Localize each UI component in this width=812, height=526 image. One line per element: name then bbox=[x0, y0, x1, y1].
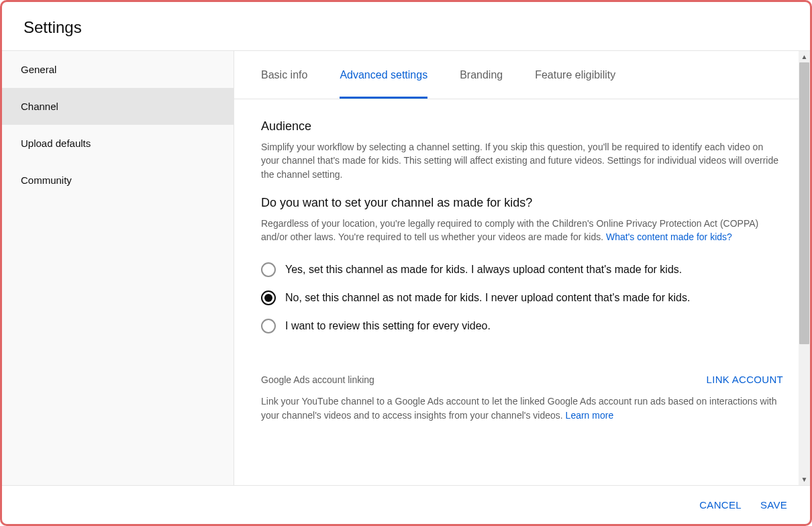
dialog-title: Settings bbox=[23, 18, 789, 37]
scroll-up-icon[interactable]: ▲ bbox=[799, 51, 810, 62]
sidebar-item-label: General bbox=[21, 64, 56, 75]
settings-dialog: Settings General Channel Upload defaults… bbox=[0, 0, 812, 526]
audience-question: Do you want to set your channel as made … bbox=[261, 196, 783, 210]
main-content: Basic info Advanced settings Branding Fe… bbox=[234, 51, 810, 485]
audience-legal: Regardless of your location, you're lega… bbox=[261, 217, 783, 244]
tab-basic-info[interactable]: Basic info bbox=[261, 51, 307, 99]
ads-linking-title: Google Ads account linking bbox=[261, 374, 374, 385]
cancel-button[interactable]: CANCEL bbox=[699, 499, 742, 511]
radio-option-review-per-video[interactable]: I want to review this setting for every … bbox=[261, 312, 783, 340]
audience-desc: Simplify your workflow by selecting a ch… bbox=[261, 140, 783, 181]
sidebar-item-label: Channel bbox=[21, 101, 58, 112]
sidebar-item-channel[interactable]: Channel bbox=[2, 88, 234, 125]
dialog-body: General Channel Upload defaults Communit… bbox=[2, 51, 810, 485]
radio-label: No, set this channel as not made for kid… bbox=[285, 292, 690, 304]
radio-label: I want to review this setting for every … bbox=[285, 320, 491, 332]
sidebar-item-general[interactable]: General bbox=[2, 51, 234, 88]
audience-radio-group: Yes, set this channel as made for kids. … bbox=[261, 256, 783, 340]
dialog-header: Settings bbox=[2, 2, 810, 51]
tab-label: Feature eligibility bbox=[535, 69, 615, 81]
tab-label: Branding bbox=[460, 69, 503, 81]
ads-linking-section: Google Ads account linking LINK ACCOUNT … bbox=[261, 374, 783, 422]
ads-linking-header: Google Ads account linking LINK ACCOUNT bbox=[261, 374, 783, 385]
sidebar-item-label: Community bbox=[21, 174, 72, 186]
save-button[interactable]: SAVE bbox=[760, 499, 787, 511]
scrollbar-thumb[interactable] bbox=[799, 62, 809, 344]
radio-icon bbox=[261, 291, 276, 305]
dialog-footer: CANCEL SAVE bbox=[2, 485, 810, 524]
tab-label: Advanced settings bbox=[340, 69, 427, 81]
radio-option-yes-kids[interactable]: Yes, set this channel as made for kids. … bbox=[261, 256, 783, 284]
ads-linking-desc-text: Link your YouTube channel to a Google Ad… bbox=[261, 396, 776, 420]
tabs: Basic info Advanced settings Branding Fe… bbox=[234, 51, 810, 99]
tab-advanced-settings[interactable]: Advanced settings bbox=[340, 51, 427, 99]
tab-feature-eligibility[interactable]: Feature eligibility bbox=[535, 51, 615, 99]
ads-linking-desc: Link your YouTube channel to a Google Ad… bbox=[261, 394, 783, 422]
content-made-for-kids-link[interactable]: What's content made for kids? bbox=[606, 231, 732, 242]
learn-more-link[interactable]: Learn more bbox=[566, 410, 614, 421]
radio-icon bbox=[261, 319, 276, 333]
sidebar-item-label: Upload defaults bbox=[21, 138, 91, 149]
sidebar: General Channel Upload defaults Communit… bbox=[2, 51, 234, 485]
content: Audience Simplify your workflow by selec… bbox=[234, 99, 810, 422]
scroll-down-icon[interactable]: ▼ bbox=[799, 474, 810, 485]
tab-branding[interactable]: Branding bbox=[460, 51, 503, 99]
main-wrapper: Basic info Advanced settings Branding Fe… bbox=[234, 51, 810, 485]
tab-label: Basic info bbox=[261, 69, 307, 81]
sidebar-item-upload-defaults[interactable]: Upload defaults bbox=[2, 125, 234, 162]
radio-option-not-kids[interactable]: No, set this channel as not made for kid… bbox=[261, 284, 783, 312]
radio-label: Yes, set this channel as made for kids. … bbox=[285, 264, 682, 276]
scrollbar[interactable]: ▲ ▼ bbox=[799, 51, 810, 485]
link-account-button[interactable]: LINK ACCOUNT bbox=[707, 374, 783, 385]
radio-icon bbox=[261, 262, 276, 277]
audience-heading: Audience bbox=[261, 119, 783, 134]
sidebar-item-community[interactable]: Community bbox=[2, 162, 234, 199]
